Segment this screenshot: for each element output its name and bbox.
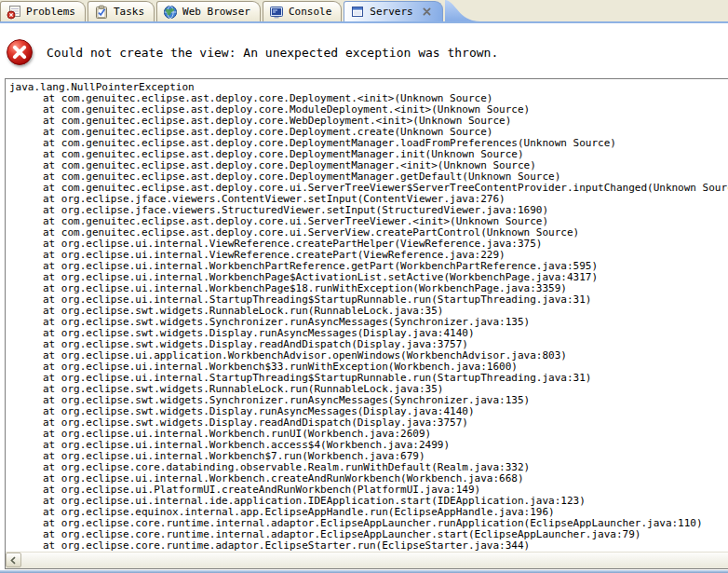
stack-trace-box: java.lang.NullPointerExceptionat com.gen… bbox=[5, 78, 728, 569]
tab-problems[interactable]: Problems bbox=[0, 1, 86, 21]
horizontal-scrollbar[interactable] bbox=[6, 552, 728, 568]
servers-view: ProblemsTasksWeb BrowserConsoleServers C… bbox=[0, 0, 728, 573]
web-browser-icon bbox=[163, 5, 178, 20]
close-icon bbox=[422, 7, 432, 17]
tab-label: Web Browser bbox=[182, 6, 250, 18]
tasks-icon bbox=[94, 5, 109, 20]
scroll-left-arrow-icon bbox=[7, 553, 20, 567]
tab-web-browser[interactable]: Web Browser bbox=[156, 1, 261, 21]
console-icon bbox=[269, 5, 284, 20]
tab-console[interactable]: Console bbox=[263, 1, 342, 21]
error-message: Could not create the view: An unexpected… bbox=[47, 46, 498, 60]
tab-label: Servers bbox=[370, 6, 412, 18]
scroll-track[interactable] bbox=[21, 553, 728, 568]
error-icon bbox=[6, 38, 34, 67]
problems-icon bbox=[7, 5, 21, 20]
tab-label: Problems bbox=[26, 6, 75, 18]
view-tab-bar: ProblemsTasksWeb BrowserConsoleServers bbox=[0, 0, 728, 23]
servers-icon bbox=[350, 5, 365, 20]
tab-close-button[interactable] bbox=[421, 6, 433, 18]
tab-label: Console bbox=[289, 6, 331, 18]
stack-trace-text: java.lang.NullPointerExceptionat com.gen… bbox=[6, 79, 728, 553]
tab-servers[interactable]: Servers bbox=[344, 1, 442, 21]
scroll-left-button[interactable] bbox=[6, 553, 21, 567]
active-tab-swoosh bbox=[445, 0, 499, 21]
error-banner: Could not create the view: An unexpected… bbox=[6, 35, 728, 69]
tab-label: Tasks bbox=[114, 6, 144, 18]
tab-tasks[interactable]: Tasks bbox=[88, 1, 155, 21]
stack-trace-line: at org.eclipse.core.runtime.adaptor.Ecli… bbox=[9, 540, 728, 552]
